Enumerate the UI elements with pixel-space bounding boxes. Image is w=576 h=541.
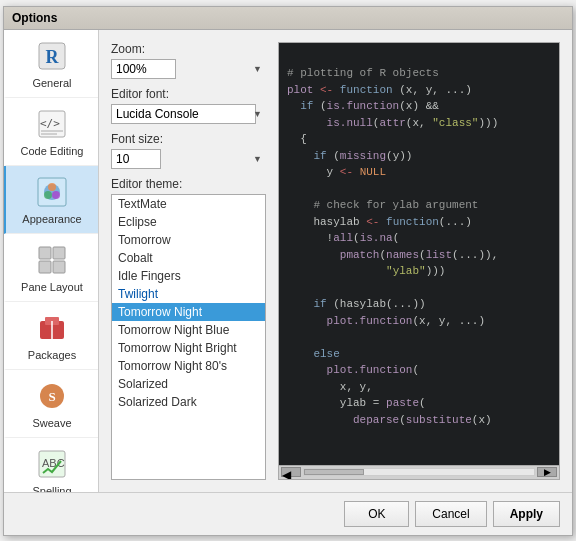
packages-icon — [34, 310, 70, 346]
font-size-select-wrapper: 8 9 10 11 12 14 ▼ — [111, 149, 266, 169]
svg-text:</>: </> — [40, 117, 60, 130]
main-panel: Zoom: 75% 100% 125% 150% ▼ Editor font: — [99, 30, 572, 492]
sidebar-item-pane-layout[interactable]: Pane Layout — [4, 234, 98, 302]
scroll-right-btn[interactable]: ▶ — [537, 467, 557, 477]
editor-font-field-group: Editor font: Lucida Console Courier New … — [111, 87, 266, 124]
zoom-select-wrapper: 75% 100% 125% 150% ▼ — [111, 59, 266, 79]
sidebar-item-sweave[interactable]: S Sweave — [4, 370, 98, 438]
zoom-label: Zoom: — [111, 42, 266, 56]
svg-rect-13 — [39, 261, 51, 273]
options-panel: Zoom: 75% 100% 125% 150% ▼ Editor font: — [111, 42, 266, 480]
sidebar-item-appearance-label: Appearance — [22, 213, 81, 225]
horizontal-scrollbar[interactable]: ◀ ▶ — [279, 465, 559, 479]
cancel-button[interactable]: Cancel — [415, 501, 486, 527]
sidebar-item-code-editing[interactable]: </> Code Editing — [4, 98, 98, 166]
sidebar-item-general-label: General — [32, 77, 71, 89]
theme-list[interactable]: TextMateEclipseTomorrowCobaltIdle Finger… — [111, 194, 266, 480]
code-content: # plotting of R objects plot <- function… — [279, 43, 559, 465]
bottom-bar: OK Cancel Apply — [4, 492, 572, 535]
svg-rect-11 — [39, 247, 51, 259]
sidebar-item-appearance[interactable]: Appearance — [4, 166, 98, 234]
svg-text:ABC: ABC — [42, 457, 65, 469]
theme-item-idle-fingers[interactable]: Idle Fingers — [112, 267, 265, 285]
dialog-title: Options — [12, 11, 57, 25]
code-preview: # plotting of R objects plot <- function… — [278, 42, 560, 480]
dialog-content: R General </> Code Editing — [4, 30, 572, 492]
code-editing-icon: </> — [34, 106, 70, 142]
sidebar: R General </> Code Editing — [4, 30, 99, 492]
sidebar-item-general[interactable]: R General — [4, 30, 98, 98]
zoom-field-group: Zoom: 75% 100% 125% 150% ▼ — [111, 42, 266, 79]
pane-layout-icon — [34, 242, 70, 278]
sidebar-item-packages[interactable]: Packages — [4, 302, 98, 370]
editor-theme-field-group: Editor theme: TextMateEclipseTomorrowCob… — [111, 177, 266, 480]
theme-item-cobalt[interactable]: Cobalt — [112, 249, 265, 267]
sweave-icon: S — [34, 378, 70, 414]
font-size-select[interactable]: 8 9 10 11 12 14 — [111, 149, 161, 169]
theme-item-tomorrow-night-blue[interactable]: Tomorrow Night Blue — [112, 321, 265, 339]
theme-item-tomorrow-night-bright[interactable]: Tomorrow Night Bright — [112, 339, 265, 357]
sidebar-item-spelling[interactable]: ABC Spelling — [4, 438, 98, 492]
appearance-icon — [34, 174, 70, 210]
svg-text:R: R — [46, 47, 60, 67]
editor-font-select-wrapper: Lucida Console Courier New Consolas Mona… — [111, 104, 266, 124]
font-size-select-arrow: ▼ — [253, 154, 262, 164]
sidebar-item-spelling-label: Spelling — [32, 485, 71, 492]
editor-font-label: Editor font: — [111, 87, 266, 101]
svg-rect-12 — [53, 247, 65, 259]
general-icon: R — [34, 38, 70, 74]
theme-item-twilight[interactable]: Twilight — [112, 285, 265, 303]
theme-item-solarized-dark[interactable]: Solarized Dark — [112, 393, 265, 411]
options-dialog: Options R General </> — [3, 6, 573, 536]
theme-item-textmate[interactable]: TextMate — [112, 195, 265, 213]
zoom-select-arrow: ▼ — [253, 64, 262, 74]
font-size-label: Font size: — [111, 132, 266, 146]
ok-button[interactable]: OK — [344, 501, 409, 527]
scroll-left-btn[interactable]: ◀ — [281, 467, 301, 477]
theme-item-eclipse[interactable]: Eclipse — [112, 213, 265, 231]
title-bar: Options — [4, 7, 572, 30]
svg-point-10 — [52, 191, 60, 199]
sidebar-item-code-editing-label: Code Editing — [21, 145, 84, 157]
scroll-track[interactable] — [303, 468, 535, 476]
spelling-icon: ABC — [34, 446, 70, 482]
apply-button[interactable]: Apply — [493, 501, 560, 527]
svg-text:S: S — [48, 389, 55, 404]
theme-item-tomorrow-night-80s[interactable]: Tomorrow Night 80's — [112, 357, 265, 375]
theme-item-tomorrow[interactable]: Tomorrow — [112, 231, 265, 249]
editor-font-select[interactable]: Lucida Console Courier New Consolas Mona… — [111, 104, 256, 124]
sidebar-item-pane-layout-label: Pane Layout — [21, 281, 83, 293]
theme-item-tomorrow-night[interactable]: Tomorrow Night — [112, 303, 265, 321]
sidebar-item-packages-label: Packages — [28, 349, 76, 361]
svg-point-9 — [44, 191, 52, 199]
zoom-select[interactable]: 75% 100% 125% 150% — [111, 59, 176, 79]
font-size-field-group: Font size: 8 9 10 11 12 14 ▼ — [111, 132, 266, 169]
svg-rect-14 — [53, 261, 65, 273]
sidebar-item-sweave-label: Sweave — [32, 417, 71, 429]
svg-point-8 — [48, 183, 56, 191]
scroll-thumb[interactable] — [304, 469, 364, 475]
editor-theme-label: Editor theme: — [111, 177, 266, 191]
theme-item-solarized[interactable]: Solarized — [112, 375, 265, 393]
